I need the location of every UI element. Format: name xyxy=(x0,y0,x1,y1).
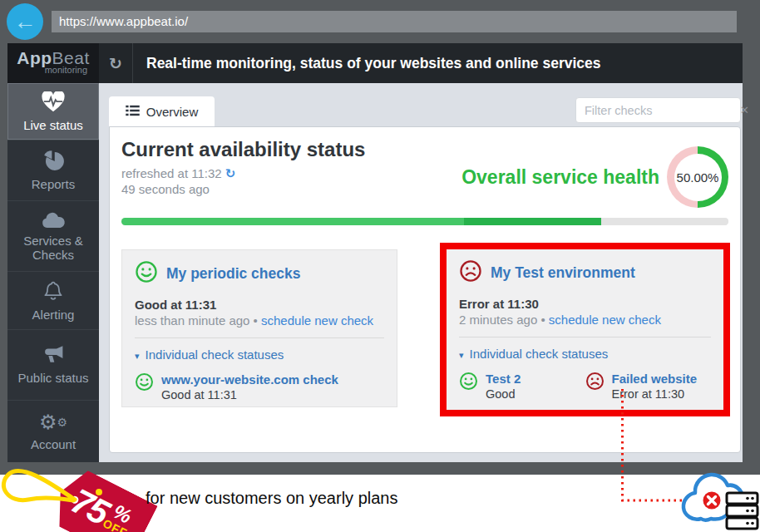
card-ago-text: 2 minutes ago xyxy=(459,313,537,327)
group-card-periodic-checks[interactable]: My periodic checks Good at 11:31 less th… xyxy=(121,249,397,407)
sad-face-icon xyxy=(585,372,605,394)
gears-icon: ⚙⚙ xyxy=(39,412,67,432)
list-icon xyxy=(126,105,140,119)
bar-segment-remaining xyxy=(601,218,728,225)
app-header: AppBeat monitoring ↻ Real-time monitorin… xyxy=(7,43,743,83)
appbeat-logo[interactable]: AppBeat monitoring xyxy=(7,43,99,83)
sidebar-item-public-status[interactable]: Public status xyxy=(7,330,99,401)
highlight-red-border: My Test environment Error at 11:30 2 min… xyxy=(440,243,730,416)
sidebar-item-label: Live status xyxy=(18,118,88,132)
filter-checks-input[interactable] xyxy=(585,104,740,117)
bar-segment-uptime-light xyxy=(121,218,464,225)
sidebar-item-account[interactable]: ⚙⚙ Account xyxy=(7,401,99,462)
health-donut: 50.00% xyxy=(667,146,728,208)
error-x-icon xyxy=(708,497,716,505)
sidebar-item-reports[interactable]: Reports xyxy=(7,140,99,201)
refreshed-text: refreshed at 11:32 xyxy=(121,166,222,180)
card-status: Error at 11:30 xyxy=(459,297,711,311)
page-viewport: AppBeat monitoring ↻ Real-time monitorin… xyxy=(7,43,743,462)
section-label: Individual check statuses xyxy=(470,347,609,361)
card-title: My Test environment xyxy=(491,264,635,282)
check-name-link[interactable]: www.your-website.com check xyxy=(161,372,338,387)
individual-check-statuses-toggle[interactable]: ▾Individual check statuses xyxy=(135,347,384,362)
clear-filter-icon[interactable]: ✕ xyxy=(740,104,749,116)
megaphone-icon xyxy=(42,345,65,366)
health-label: Overall service health xyxy=(461,166,659,189)
browser-topbar: ← https://www.appbeat.io/ xyxy=(0,0,760,43)
check-name-link[interactable]: Test 2 xyxy=(486,372,521,386)
sidebar-item-alerting[interactable]: Alerting xyxy=(7,272,99,330)
bell-icon xyxy=(42,280,64,303)
refresh-icon[interactable]: ↻ xyxy=(99,54,132,73)
tab-label: Overview xyxy=(146,105,199,119)
bullet-separator: • xyxy=(254,313,258,328)
check-row: Test 2 Good xyxy=(459,372,585,401)
left-arrow-icon: ← xyxy=(14,9,37,35)
back-button[interactable]: ← xyxy=(7,3,43,40)
health-value: 50.00% xyxy=(677,170,719,185)
card-ago-text: less than minute ago xyxy=(135,313,249,328)
sidebar-item-label: Services & Checks xyxy=(7,234,99,262)
sidebar-item-label: Public status xyxy=(12,371,93,385)
happy-face-icon xyxy=(459,372,478,394)
browser-frame: ← https://www.appbeat.io/ AppBeat monito… xyxy=(0,0,760,475)
sidebar-item-label: Account xyxy=(26,437,81,451)
happy-face-icon xyxy=(135,372,154,395)
chevron-down-icon: ▾ xyxy=(459,350,464,360)
sad-face-icon xyxy=(459,259,482,286)
section-label: Individual check statuses xyxy=(146,347,284,362)
card-status: Good at 11:31 xyxy=(135,298,384,312)
schedule-new-check-link[interactable]: schedule new check xyxy=(549,313,661,327)
overview-panel: Current availability status refreshed at… xyxy=(109,126,741,453)
check-status: Good xyxy=(486,387,521,401)
individual-check-statuses-toggle[interactable]: ▾Individual check statuses xyxy=(459,347,711,361)
check-row: Failed website Error at 11:30 xyxy=(585,372,712,401)
bullet-separator: • xyxy=(540,313,545,327)
refreshed-ago-text: 49 seconds ago xyxy=(121,181,365,197)
pie-chart-icon xyxy=(42,150,65,172)
group-card-test-environment[interactable]: My Test environment Error at 11:30 2 min… xyxy=(447,249,723,410)
card-divider xyxy=(135,337,384,338)
schedule-new-check-link[interactable]: schedule new check xyxy=(261,313,373,328)
url-text: https://www.appbeat.io/ xyxy=(59,14,188,28)
chevron-down-icon: ▾ xyxy=(135,351,140,361)
failed-cloud-icon xyxy=(684,475,743,520)
promo-message: for new customers on yearly plans xyxy=(146,489,397,508)
refresh-now-icon[interactable]: ↻ xyxy=(225,166,236,180)
error-badge xyxy=(703,492,721,510)
sidebar-item-services-checks[interactable]: Services & Checks xyxy=(7,201,99,272)
availability-bar xyxy=(121,218,728,225)
header-title: Real-time monitoring, status of your web… xyxy=(133,55,601,72)
cloud-icon xyxy=(41,211,66,229)
sidebar-item-label: Reports xyxy=(27,177,81,191)
check-status: Good at 11:31 xyxy=(161,388,338,401)
bar-segment-uptime-dark xyxy=(464,218,600,225)
check-name-link[interactable]: Failed website xyxy=(612,372,698,386)
url-bar[interactable]: https://www.appbeat.io/ xyxy=(52,11,737,32)
check-status: Error at 11:30 xyxy=(612,387,698,401)
heart-pulse-icon xyxy=(41,91,66,113)
tab-overview[interactable]: Overview xyxy=(109,96,215,126)
card-title: My periodic checks xyxy=(166,265,300,283)
happy-face-icon xyxy=(135,260,158,287)
page-title: Current availability status xyxy=(121,138,365,161)
sidebar-item-label: Alerting xyxy=(27,308,80,322)
server-icon xyxy=(727,493,758,529)
check-row: www.your-website.com check Good at 11:31 xyxy=(135,372,384,401)
main-content: Overview ✕ Current availability status r… xyxy=(99,83,743,462)
card-divider xyxy=(459,337,711,337)
sidebar: Live status Reports Services & Checks Al… xyxy=(7,83,99,462)
sidebar-item-live-status[interactable]: Live status xyxy=(7,83,99,140)
filter-checks-box: ✕ xyxy=(575,97,741,123)
